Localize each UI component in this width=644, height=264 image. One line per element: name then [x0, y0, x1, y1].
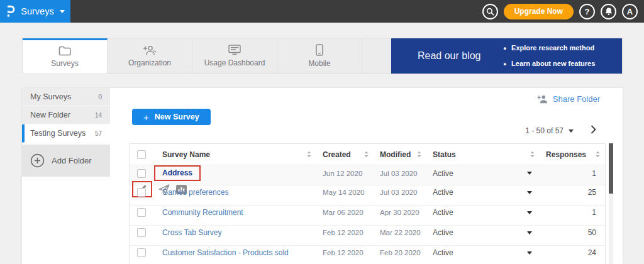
row-checkbox[interactable] — [137, 188, 146, 197]
status-cell: Active — [426, 169, 540, 178]
sidebar-item-new-folder[interactable]: New Folder14 — [22, 106, 110, 124]
upgrade-now-button[interactable]: Upgrade Now — [504, 4, 574, 19]
sort-icon[interactable] — [417, 151, 421, 158]
sidebar-item-testing-surveys[interactable]: Testing Surveys57 — [22, 124, 110, 143]
status-label: Active — [433, 169, 453, 178]
next-page-button[interactable] — [589, 124, 597, 135]
column-header-label: Created — [323, 150, 351, 159]
survey-name-link[interactable]: Address — [162, 168, 192, 177]
share-folder-label: Share Folder — [553, 94, 600, 104]
survey-name-link[interactable]: Customer Satisfaction - Products sold — [162, 248, 289, 257]
folder-count: 57 — [95, 130, 102, 137]
folder-sidebar: My Surveys0New Folder14Testing Surveys57… — [22, 88, 110, 177]
column-header-label: Modified — [380, 150, 411, 159]
add-folder-button[interactable]: Add Folder — [22, 145, 110, 177]
tab-organization[interactable]: Organization — [108, 38, 192, 74]
help-button[interactable]: ? — [579, 4, 595, 19]
select-all-checkbox[interactable] — [137, 150, 146, 159]
sidebar-item-my-surveys[interactable]: My Surveys0 — [22, 88, 110, 106]
column-header-status[interactable]: Status — [426, 150, 540, 159]
tab-label: Surveys — [51, 59, 78, 68]
survey-name-link[interactable]: Games preferences — [162, 188, 228, 197]
status-dropdown-caret[interactable] — [527, 211, 532, 214]
blog-banner[interactable]: Read our blog Explore research methodLea… — [391, 38, 622, 74]
plus-icon: + — [143, 112, 149, 123]
status-label: Active — [433, 228, 453, 237]
proprofs-logo-icon — [6, 5, 15, 18]
sort-icon[interactable] — [530, 151, 535, 158]
new-survey-label: New Survey — [155, 113, 199, 121]
survey-name-link[interactable]: Community Recruitment — [162, 208, 243, 217]
row-checkbox[interactable] — [137, 248, 146, 257]
row-checkbox[interactable] — [137, 169, 146, 178]
created-cell: Feb 12 2020 — [316, 229, 374, 236]
tab-label: Usage Dashboard — [204, 58, 265, 67]
table-row: Games preferencesMay 14 2020Jul 03 2020A… — [130, 185, 605, 205]
banner-bullet-list: Explore research methodLearn about new f… — [504, 40, 596, 72]
column-header-label: Responses — [546, 150, 586, 159]
sort-icon[interactable] — [596, 151, 600, 158]
status-cell: Active — [426, 248, 540, 257]
folder-icon — [58, 46, 71, 56]
chevron-down-icon — [60, 10, 65, 13]
status-dropdown-caret[interactable] — [527, 191, 532, 194]
status-cell: Active — [426, 208, 540, 217]
row-checkbox[interactable] — [137, 208, 146, 217]
responses-cell: 1 — [540, 208, 605, 217]
bell-icon — [605, 7, 613, 16]
scrollbar-thumb[interactable] — [609, 143, 613, 194]
main-panel: My Surveys0New Folder14Testing Surveys57… — [22, 88, 623, 264]
responses-cell: 25 — [540, 188, 605, 197]
survey-name-cell: Games preferences — [153, 188, 316, 197]
folder-count: 0 — [98, 94, 102, 101]
notifications-button[interactable] — [601, 4, 616, 19]
responses-cell: 50 — [540, 228, 605, 237]
column-header-responses[interactable]: Responses — [540, 150, 605, 159]
modified-cell: Jul 03 2020 — [374, 170, 426, 177]
folder-count: 14 — [95, 112, 102, 119]
folder-label: My Surveys — [30, 92, 71, 101]
created-cell: Feb 12 2020 — [316, 249, 374, 256]
survey-name-cell: Address — [153, 165, 316, 181]
banner-bullet: Learn about new features — [504, 56, 596, 72]
plus-circle-icon — [30, 153, 45, 168]
new-survey-button[interactable]: + New Survey — [132, 109, 211, 125]
product-name: Surveys — [21, 6, 53, 16]
pagination-dropdown[interactable]: 1 - 50 of 57 — [525, 126, 574, 135]
status-dropdown-caret[interactable] — [527, 231, 532, 234]
tab-bar: SurveysOrganizationUsage DashboardMobile — [23, 38, 362, 74]
pagination-label: 1 - 50 of 57 — [525, 126, 564, 135]
sort-icon[interactable] — [307, 151, 311, 158]
survey-name-link[interactable]: Cross Tab Survey — [162, 228, 221, 237]
share-folder-button[interactable]: Share Folder — [537, 94, 600, 104]
product-switcher[interactable]: Surveys — [0, 0, 70, 23]
surveys-table: Survey NameCreatedModifiedStatusResponse… — [129, 143, 606, 264]
person-add-icon — [537, 94, 548, 104]
tab-mobile[interactable]: Mobile — [277, 38, 362, 74]
tab-usage-dashboard[interactable]: Usage Dashboard — [192, 38, 277, 74]
column-header-modified[interactable]: Modified — [374, 150, 426, 159]
responses-cell: 1 — [540, 169, 605, 178]
banner-title: Read our blog — [391, 50, 481, 62]
dashboard-icon — [228, 45, 241, 55]
add-folder-label: Add Folder — [52, 156, 92, 165]
modified-cell: Mar 22 2020 — [374, 229, 426, 236]
table-row: AddressJun 12 2020Jul 03 2020Active1 — [130, 165, 605, 185]
status-dropdown-caret[interactable] — [527, 251, 532, 255]
folder-list: My Surveys0New Folder14Testing Surveys57 — [22, 88, 110, 143]
search-button[interactable] — [482, 4, 498, 19]
vertical-scrollbar[interactable] — [609, 143, 613, 264]
tab-surveys[interactable]: Surveys — [23, 38, 108, 74]
avatar[interactable]: A — [622, 4, 638, 19]
row-checkbox[interactable] — [137, 228, 146, 237]
survey-name-cell: Cross Tab Survey — [153, 228, 316, 237]
banner-bullet: Explore research method — [504, 40, 596, 56]
status-label: Active — [433, 208, 453, 217]
survey-name-cell: Customer Satisfaction - Products sold — [153, 248, 316, 257]
table-row: Community RecruitmentMar 06 2020Apr 30 2… — [130, 205, 605, 225]
column-header-survey-name[interactable]: Survey Name — [153, 150, 316, 159]
sort-icon[interactable] — [364, 151, 369, 158]
column-header-created[interactable]: Created — [316, 150, 374, 159]
status-dropdown-caret[interactable] — [527, 172, 532, 175]
folder-label: New Folder — [30, 111, 70, 119]
